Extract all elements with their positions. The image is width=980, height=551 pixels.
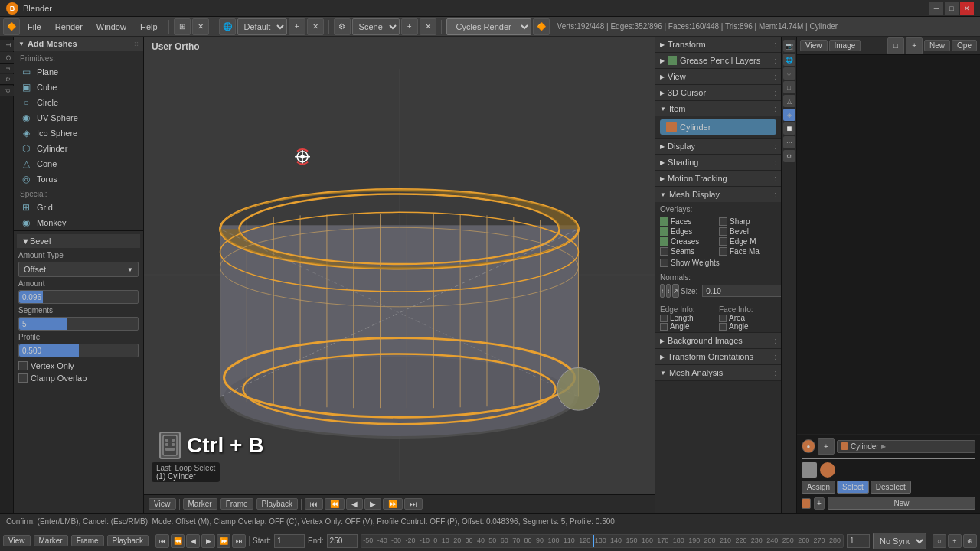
jump-start-btn[interactable]: ⏮: [305, 498, 323, 510]
mesh-uv-sphere[interactable]: ◉ UV Sphere: [14, 110, 143, 126]
mesh-monkey[interactable]: ◉ Monkey: [14, 215, 143, 230]
play-btn[interactable]: ▶: [364, 498, 381, 510]
mesh-torus[interactable]: ◎ Torus: [14, 171, 143, 187]
transform-header[interactable]: ▶ Transform ::: [655, 37, 781, 52]
minimize-button[interactable]: ─: [929, 2, 943, 15]
tl-next[interactable]: ⏩: [217, 534, 230, 548]
viewport[interactable]: User Ortho: [144, 37, 655, 513]
timeline-marker-btn[interactable]: Marker: [34, 535, 68, 546]
open-btn[interactable]: Ope: [952, 40, 977, 51]
edge-angle-checkbox[interactable]: [660, 323, 668, 331]
mesh-circle[interactable]: ○ Circle: [14, 95, 143, 110]
menu-window[interactable]: Window: [90, 18, 132, 35]
maximize-button[interactable]: □: [945, 2, 959, 15]
mesh-display-header[interactable]: ▼ Mesh Display ::: [655, 187, 781, 202]
close-button[interactable]: ✕: [960, 2, 974, 15]
amount-type-select[interactable]: Offset ▼: [18, 262, 139, 277]
mesh-cone[interactable]: △ Cone: [14, 156, 143, 171]
edge-m-checkbox[interactable]: [719, 237, 727, 246]
mat-sphere-icon[interactable]: ●: [802, 439, 815, 453]
mesh-grid[interactable]: ⊞ Grid: [14, 200, 143, 215]
layout-icon[interactable]: ⊞: [174, 18, 191, 35]
add-meshes-header[interactable]: ▼ Add Meshes ::: [14, 37, 143, 51]
start-input[interactable]: [274, 534, 305, 548]
world-icon[interactable]: ○: [783, 67, 795, 80]
bevel-header[interactable]: ▼ Bevel ::: [17, 234, 140, 248]
phys-tab[interactable]: p: [0, 86, 14, 96]
particle-icon[interactable]: ⋯: [783, 136, 795, 148]
menu-render[interactable]: Render: [49, 18, 89, 35]
timeline-ruler[interactable]: -50-40-30-20-10 010203040 5060708090 100…: [361, 534, 844, 548]
tl-icon-2[interactable]: +: [948, 534, 962, 548]
jump-end-btn[interactable]: ⏭: [404, 498, 423, 510]
transform-orient-header[interactable]: ▶ Transform Orientations ::: [655, 349, 781, 364]
cursor-header[interactable]: ▶ 3D Cursor ::: [655, 85, 781, 100]
edge-length-checkbox[interactable]: [660, 315, 668, 322]
grease-pencil-header[interactable]: ▶ Grease Pencil Layers ::: [655, 53, 781, 68]
tl-back[interactable]: ◀: [186, 534, 200, 548]
show-weights-checkbox[interactable]: [660, 259, 668, 267]
tl-icon-1[interactable]: ○: [933, 534, 946, 548]
normals-size-input[interactable]: [702, 285, 781, 297]
timeline-frame-btn[interactable]: Frame: [71, 535, 104, 546]
segments-slider[interactable]: 5: [18, 317, 139, 331]
tl-end[interactable]: ⏭: [232, 534, 246, 548]
seams-checkbox[interactable]: [660, 247, 668, 256]
face-angle-checkbox[interactable]: [719, 323, 727, 331]
tl-play[interactable]: ▶: [201, 534, 215, 548]
mesh-cube[interactable]: ▣ Cube: [14, 80, 143, 95]
face-area-checkbox[interactable]: [719, 315, 727, 322]
creases-checkbox[interactable]: [660, 237, 668, 246]
mesh-ico-sphere[interactable]: ◈ Ico Sphere: [14, 126, 143, 141]
norm-icon-2[interactable]: ↕: [666, 284, 671, 298]
scene-select[interactable]: Scene: [352, 18, 400, 35]
scene-prop-icon[interactable]: 🌐: [783, 54, 795, 66]
scene-x[interactable]: ✕: [420, 18, 436, 35]
vertex-only-checkbox[interactable]: [18, 361, 28, 370]
menu-file[interactable]: File: [21, 18, 47, 35]
faces-checkbox[interactable]: [660, 217, 668, 226]
engine-select[interactable]: Cycles Render: [446, 18, 531, 35]
marker-btn[interactable]: Marker: [183, 498, 217, 510]
preview-icon-2[interactable]: +: [906, 37, 923, 54]
view-btn[interactable]: View: [800, 40, 828, 51]
gp-checkbox[interactable]: [668, 56, 677, 65]
select-btn[interactable]: Select: [837, 481, 869, 494]
mat-color-box[interactable]: [802, 462, 817, 478]
layout-icon-2[interactable]: ✕: [192, 18, 209, 35]
relations-tab[interactable]: r: [0, 64, 14, 73]
workspace-select[interactable]: Default: [237, 18, 287, 35]
material-icon[interactable]: ◈: [783, 109, 795, 121]
scene-icon[interactable]: 🌐: [219, 18, 236, 35]
ws-icon[interactable]: +: [289, 18, 305, 35]
shading-header[interactable]: ▶ Shading ::: [655, 155, 781, 170]
assign-btn[interactable]: Assign: [802, 481, 835, 494]
new-img-btn[interactable]: New: [924, 40, 950, 51]
tools-tab[interactable]: T: [0, 40, 14, 51]
scene-icon-2[interactable]: ⚙: [334, 18, 351, 35]
blender-icon[interactable]: 🔶: [3, 18, 20, 35]
create-tab[interactable]: C: [0, 52, 14, 64]
sync-select[interactable]: No Sync: [873, 533, 926, 549]
view-header[interactable]: ▶ View ::: [655, 69, 781, 84]
frame-btn[interactable]: Frame: [220, 498, 253, 510]
sharp-checkbox[interactable]: [719, 217, 727, 226]
image-btn[interactable]: Image: [829, 40, 861, 51]
prev-key-btn[interactable]: ⏪: [325, 498, 345, 510]
new-material-btn[interactable]: New: [828, 497, 975, 510]
timeline-view-btn[interactable]: View: [3, 535, 31, 546]
display-header[interactable]: ▶ Display ::: [655, 139, 781, 154]
face-ma-checkbox[interactable]: [719, 247, 727, 256]
mesh-cylinder[interactable]: ⬡ Cylinder: [14, 141, 143, 156]
next-key-btn[interactable]: ⏩: [383, 498, 403, 510]
play-back-btn[interactable]: ◀: [346, 498, 363, 510]
tl-jump-start[interactable]: ⏮: [155, 534, 169, 548]
edges-checkbox[interactable]: [660, 227, 668, 236]
scene-add[interactable]: +: [401, 18, 418, 35]
menu-help[interactable]: Help: [134, 18, 164, 35]
bg-images-header[interactable]: ▶ Background Images ::: [655, 333, 781, 348]
end-input[interactable]: [327, 534, 358, 548]
mat-icon-2[interactable]: +: [818, 438, 835, 455]
timeline-playback-btn[interactable]: Playback: [107, 535, 149, 546]
amount-slider[interactable]: 0.096: [18, 290, 139, 304]
